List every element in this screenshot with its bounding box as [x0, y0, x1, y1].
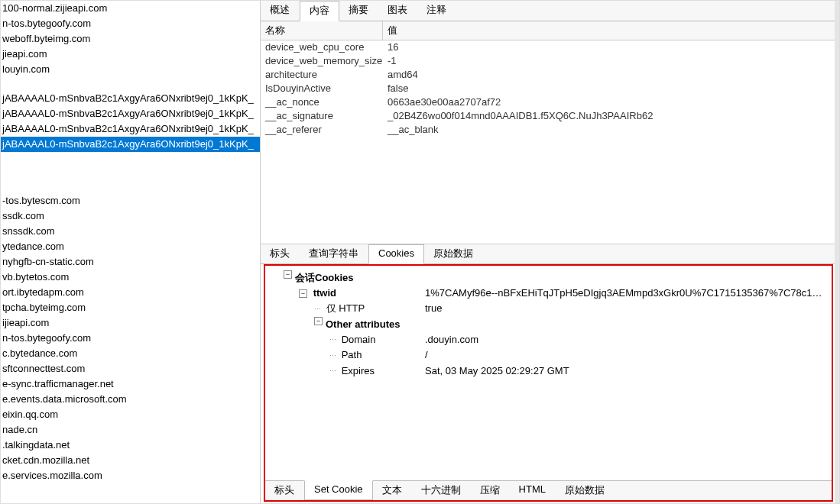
- nv-header-name[interactable]: 名称: [261, 21, 383, 40]
- nv-value: false: [383, 82, 835, 95]
- tree-leaf-icon: ⋯: [314, 302, 320, 317]
- sidebar-item[interactable]: louyin.com: [1, 62, 260, 77]
- expires-value: Sat, 03 May 2025 02:29:27 GMT: [425, 363, 569, 380]
- tab[interactable]: Set Cookie: [304, 480, 373, 500]
- http-only-value: true: [425, 301, 442, 317]
- collapse-icon[interactable]: −: [299, 289, 307, 298]
- nv-row[interactable]: architectureamd64: [261, 68, 835, 82]
- tab[interactable]: 摘要: [339, 1, 378, 21]
- sidebar-item[interactable]: n-tos.bytegoofy.com: [1, 331, 260, 346]
- path-label: Path: [342, 349, 362, 360]
- sidebar-item[interactable]: tpcha.byteimg.com: [1, 300, 260, 315]
- tree-other-attributes[interactable]: − Other attributes: [268, 317, 829, 332]
- tree-leaf-icon: ⋯: [329, 332, 336, 347]
- sidebar-item[interactable]: jABAAAAL0-mSnbvaB2c1AxgyAra6ONxribt9ej0_…: [1, 106, 260, 121]
- sidebar-item[interactable]: .talkingdata.net: [1, 438, 260, 453]
- sidebar-item[interactable]: vb.bytetos.com: [1, 270, 260, 285]
- sidebar-item[interactable]: jABAAAAL0-mSnbvaB2c1AxgyAra6ONxribt9ej0_…: [1, 137, 260, 152]
- expires-label: Expires: [342, 365, 375, 376]
- nv-name: architecture: [261, 68, 383, 82]
- nv-name: __ac_signature: [261, 109, 383, 123]
- nv-row[interactable]: IsDouyinActivefalse: [261, 82, 835, 95]
- tab[interactable]: 原始数据: [424, 244, 483, 263]
- tab[interactable]: 概述: [261, 1, 300, 21]
- nv-row[interactable]: device_web_memory_size-1: [261, 54, 835, 68]
- bottom-tabstrip: 标头Set Cookie文本十六进制压缩HTML原始数据: [265, 480, 832, 500]
- sidebar-item[interactable]: ijieapi.com: [1, 315, 260, 331]
- sidebar-item[interactable]: cket.cdn.mozilla.net: [1, 453, 260, 468]
- tree-leaf-icon: ⋯: [329, 348, 336, 363]
- tab[interactable]: 内容: [300, 1, 339, 21]
- cookies-tree[interactable]: − 会话Cookies − ttwid 1%7CAMyf96e--nBFxEHi…: [265, 266, 832, 480]
- tab[interactable]: 压缩: [471, 481, 510, 500]
- sidebar-item[interactable]: ytedance.com: [1, 239, 260, 254]
- mid-tabstrip: 标头查询字符串Cookies原始数据: [261, 244, 835, 264]
- sidebar-item[interactable]: sftconnecttest.com: [1, 361, 260, 376]
- sidebar-item[interactable]: [1, 77, 260, 91]
- sidebar-item[interactable]: e-sync.trafficmanager.net: [1, 376, 260, 392]
- sidebar-item[interactable]: nade.cn: [1, 422, 260, 438]
- tree-path[interactable]: ⋯ Path /: [268, 347, 829, 363]
- name-value-table: 名称 值 device_web_cpu_core16device_web_mem…: [261, 21, 835, 244]
- sidebar-item[interactable]: jABAAAAL0-mSnbvaB2c1AxgyAra6ONxribt9ej0_…: [1, 121, 260, 137]
- tab[interactable]: 图表: [378, 1, 417, 21]
- nv-row[interactable]: __ac_referer__ac_blank: [261, 123, 835, 137]
- tree-domain[interactable]: ⋯ Domain .douyin.com: [268, 332, 829, 348]
- nv-header: 名称 值: [261, 21, 835, 40]
- sidebar-item[interactable]: 100-normal.zijieapi.com: [1, 1, 260, 16]
- sidebar-item[interactable]: e.services.mozilla.com: [1, 468, 260, 483]
- http-only-label: 仅 HTTP: [326, 302, 365, 314]
- sidebar-item[interactable]: ssdk.com: [1, 208, 260, 224]
- tab[interactable]: HTML: [510, 481, 556, 500]
- collapse-icon[interactable]: −: [284, 270, 292, 279]
- sidebar-item[interactable]: weboff.byteimg.com: [1, 31, 260, 47]
- nv-header-value[interactable]: 值: [383, 21, 835, 40]
- nv-value: __ac_blank: [383, 123, 835, 137]
- sidebar-item[interactable]: nyhgfb-cn-static.com: [1, 254, 260, 270]
- app-root: 100-normal.zijieapi.comn-tos.bytegoofy.c…: [0, 0, 840, 504]
- tree-cookie-ttwid[interactable]: − ttwid 1%7CAMyf96e--nBFxEHiTqJTpH5eDIgj…: [268, 286, 829, 301]
- tab[interactable]: 十六进制: [412, 481, 471, 500]
- sidebar-host-list[interactable]: 100-normal.zijieapi.comn-tos.bytegoofy.c…: [1, 1, 261, 503]
- session-cookies-label: 会话Cookies: [295, 270, 354, 286]
- sidebar-item[interactable]: -tos.bytescm.com: [1, 193, 260, 208]
- tab[interactable]: 原始数据: [556, 481, 615, 500]
- tree-session-cookies[interactable]: − 会话Cookies: [268, 270, 829, 286]
- tab[interactable]: 注释: [417, 1, 456, 21]
- tab[interactable]: 标头: [265, 481, 304, 500]
- nv-value: 0663ae30e00aa2707af72: [383, 95, 835, 109]
- tab[interactable]: 标头: [261, 244, 300, 263]
- cookie-name: ttwid: [313, 287, 336, 299]
- sidebar-item[interactable]: ort.ibytedapm.com: [1, 285, 260, 300]
- sidebar-item[interactable]: e.events.data.microsoft.com: [1, 392, 260, 407]
- cookie-value: 1%7CAMyf96e--nBFxEHiTqJTpH5eDIgjq3AEMmpd…: [425, 286, 822, 301]
- sidebar-item[interactable]: [1, 179, 260, 193]
- tab[interactable]: 文本: [373, 481, 412, 500]
- main-panel: 概述内容摘要图表注释 名称 值 device_web_cpu_core16dev…: [261, 1, 839, 503]
- nv-row[interactable]: __ac_signature_02B4Z6wo00f014mnd0AAAIDB1…: [261, 109, 835, 123]
- nv-value: 16: [383, 40, 835, 54]
- sidebar-item[interactable]: jieapi.com: [1, 47, 260, 62]
- nv-name: device_web_cpu_core: [261, 40, 383, 54]
- tree-http-only[interactable]: ⋯ 仅 HTTP true: [268, 301, 829, 317]
- sidebar-item[interactable]: [1, 152, 260, 166]
- sidebar-item[interactable]: c.bytedance.com: [1, 346, 260, 361]
- sidebar-item[interactable]: eixin.qq.com: [1, 407, 260, 422]
- cookies-panel: − 会话Cookies − ttwid 1%7CAMyf96e--nBFxEHi…: [264, 264, 833, 502]
- tree-expires[interactable]: ⋯ Expires Sat, 03 May 2025 02:29:27 GMT: [268, 363, 829, 380]
- sidebar-item[interactable]: jABAAAAL0-mSnbvaB2c1AxgyAra6ONxribt9ej0_…: [1, 91, 260, 106]
- collapse-icon[interactable]: −: [314, 317, 323, 325]
- tab[interactable]: Cookies: [368, 244, 424, 264]
- nv-row[interactable]: device_web_cpu_core16: [261, 40, 835, 54]
- domain-value: .douyin.com: [425, 332, 478, 348]
- nv-value: -1: [383, 54, 835, 68]
- tree-leaf-icon: ⋯: [329, 363, 336, 379]
- sidebar-item[interactable]: n-tos.bytegoofy.com: [1, 16, 260, 31]
- top-tabstrip: 概述内容摘要图表注释: [261, 1, 835, 21]
- tab[interactable]: 查询字符串: [300, 244, 368, 263]
- nv-row[interactable]: __ac_nonce0663ae30e00aa2707af72: [261, 95, 835, 109]
- sidebar-item[interactable]: snssdk.com: [1, 224, 260, 239]
- nv-name: IsDouyinActive: [261, 82, 383, 95]
- sidebar-item[interactable]: [1, 166, 260, 179]
- nv-name: __ac_referer: [261, 123, 383, 137]
